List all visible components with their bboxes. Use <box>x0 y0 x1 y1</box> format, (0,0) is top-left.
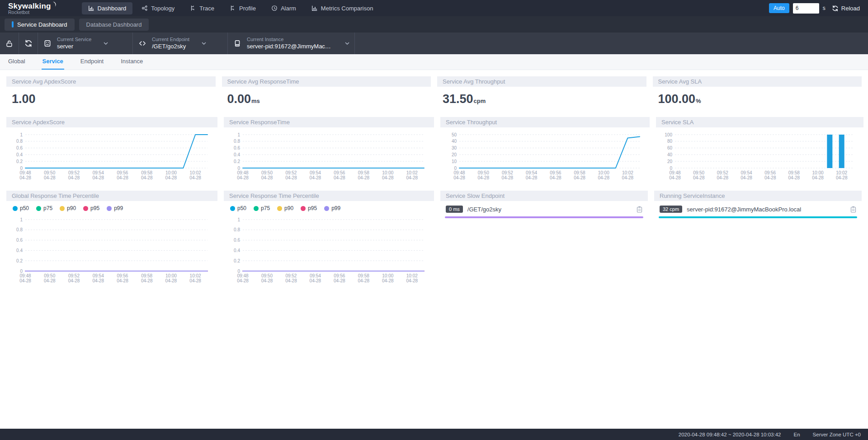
svg-text:04-28: 04-28 <box>141 175 153 180</box>
language-toggle[interactable]: En <box>794 432 800 437</box>
card-service-responsetime-chart: Service ResponseTime 00.20.40.60.8109:48… <box>224 117 434 184</box>
svg-text:09:48: 09:48 <box>19 170 31 175</box>
card-title: Service Avg ApdexScore <box>6 76 216 87</box>
svg-text:09:52: 09:52 <box>285 273 297 278</box>
card-title: Service ApdexScore <box>6 117 217 127</box>
profile-icon <box>230 5 236 11</box>
percentile-legend: p50 p75 p90 p95 p99 <box>224 201 434 212</box>
legend-item-p50[interactable]: p50 <box>230 205 246 211</box>
nav-label: Topology <box>151 5 175 12</box>
svg-text:60: 60 <box>667 145 673 150</box>
context-toolbar: Current Service server Current Endpoint … <box>0 33 868 54</box>
svg-text:10:00: 10:00 <box>382 273 393 278</box>
svg-text:09:52: 09:52 <box>68 273 80 278</box>
tab-service[interactable]: Service <box>42 54 64 70</box>
interval-unit-label: s <box>823 5 826 11</box>
time-range-label[interactable]: 2020-04-28 09:48:42 ~ 2020-04-28 10:03:4… <box>679 432 781 437</box>
legend-item-p75[interactable]: p75 <box>36 205 52 211</box>
lock-icon <box>5 40 13 47</box>
current-service-selector[interactable]: Current Service server <box>38 33 133 54</box>
legend-label: p90 <box>67 205 76 211</box>
legend-item-p90[interactable]: p90 <box>60 205 76 211</box>
svg-text:04-28: 04-28 <box>382 278 394 283</box>
svg-text:04-28: 04-28 <box>237 278 249 283</box>
service-dashboard-button[interactable]: Service Dashboard <box>5 19 75 31</box>
card-service-avg-throughput: Service Avg Throughput 31.50cpm <box>437 76 646 111</box>
legend-item-p75[interactable]: p75 <box>254 205 270 211</box>
legend-item-p95[interactable]: p95 <box>301 205 317 211</box>
legend-label: p90 <box>284 205 293 211</box>
reload-button[interactable]: Reload <box>832 5 860 12</box>
svg-text:09:50: 09:50 <box>693 170 704 175</box>
legend-item-p50[interactable]: p50 <box>13 205 29 211</box>
svg-text:09:54: 09:54 <box>526 170 537 175</box>
status-footer: 2020-04-28 09:48:42 ~ 2020-04-28 10:03:4… <box>0 429 868 440</box>
service-sla-chart: 02040608010009:4804-2809:5004-2809:5204-… <box>659 131 861 182</box>
brand-name: Skywalking <box>8 2 51 10</box>
database-dashboard-button[interactable]: Database Dashboard <box>79 19 149 31</box>
svg-text:0.4: 0.4 <box>234 152 240 157</box>
svg-text:04-28: 04-28 <box>165 278 177 283</box>
svg-text:09:58: 09:58 <box>788 170 800 175</box>
svg-text:09:50: 09:50 <box>44 170 55 175</box>
svg-text:09:50: 09:50 <box>261 273 273 278</box>
nav-item-profile[interactable]: Profile <box>223 2 262 14</box>
card-running-serviceinstance: Running ServiceInstance 32 cpm server-pi… <box>654 191 862 223</box>
selector-label: Current Service <box>57 37 91 43</box>
tab-instance[interactable]: Instance <box>120 54 144 70</box>
server-zone-label[interactable]: Server Zone UTC +0 <box>813 432 861 437</box>
nav-item-topology[interactable]: Topology <box>135 2 181 14</box>
slow-endpoint-row: 0 ms /GET/go2sky <box>440 201 648 215</box>
legend-label: p75 <box>43 205 52 211</box>
svg-text:09:54: 09:54 <box>310 273 321 278</box>
legend-dot <box>301 206 306 211</box>
nav-item-alarm[interactable]: Alarm <box>265 2 302 14</box>
legend-item-p95[interactable]: p95 <box>83 205 99 211</box>
card-title: Service Avg Throughput <box>437 76 646 87</box>
current-endpoint-selector[interactable]: Current Endpoint /GET/go2sky <box>133 33 228 54</box>
legend-dot <box>13 206 18 211</box>
card-title: Running ServiceInstance <box>654 191 862 201</box>
legend-dot <box>254 206 259 211</box>
svg-text:04-28: 04-28 <box>285 175 297 180</box>
dash-btn-label: Database Dashboard <box>86 21 142 28</box>
current-instance-selector[interactable]: Current Instance server-pid:91672@JimmyM… <box>228 33 355 54</box>
svg-text:10:02: 10:02 <box>406 170 418 175</box>
svg-text:04-28: 04-28 <box>358 175 370 180</box>
card-title: Service Avg SLA <box>653 76 862 87</box>
metric-value: 31.50 <box>443 92 473 106</box>
auto-refresh-button[interactable]: Auto <box>769 3 789 13</box>
svg-text:09:52: 09:52 <box>285 170 297 175</box>
svg-text:09:56: 09:56 <box>334 170 345 175</box>
svg-text:09:54: 09:54 <box>93 273 104 278</box>
refresh-context-button[interactable] <box>19 33 38 54</box>
instance-icon <box>233 39 241 47</box>
copy-button[interactable] <box>850 206 856 213</box>
legend-label: p50 <box>237 205 246 211</box>
nav-item-dashboard[interactable]: Dashboard <box>82 2 133 14</box>
nav-item-metrics-comparison[interactable]: Metrics Comparison <box>305 2 380 14</box>
refresh-interval-input[interactable] <box>793 3 819 14</box>
tab-global[interactable]: Global <box>7 54 26 70</box>
card-service-avg-sla: Service Avg SLA 100.00% <box>653 76 862 111</box>
legend-item-p90[interactable]: p90 <box>277 205 293 211</box>
copy-button[interactable] <box>637 206 642 213</box>
svg-text:04-28: 04-28 <box>68 278 80 283</box>
svg-text:0.6: 0.6 <box>234 145 240 150</box>
svg-text:10:00: 10:00 <box>598 170 609 175</box>
legend-item-p99[interactable]: p99 <box>324 205 340 211</box>
percentile-legend: p50 p75 p90 p95 p99 <box>6 201 217 212</box>
tab-endpoint[interactable]: Endpoint <box>80 54 104 70</box>
svg-text:09:50: 09:50 <box>478 170 489 175</box>
endpoint-progress-bar <box>445 216 643 218</box>
svg-text:04-28: 04-28 <box>550 175 561 180</box>
nav-item-trace[interactable]: Trace <box>184 2 221 14</box>
reload-label: Reload <box>841 5 860 12</box>
alarm-icon <box>271 5 278 11</box>
svg-text:04-28: 04-28 <box>92 278 104 283</box>
lock-button[interactable] <box>0 33 19 54</box>
svg-text:04-28: 04-28 <box>19 278 31 283</box>
svg-text:09:48: 09:48 <box>19 273 31 278</box>
legend-item-p99[interactable]: p99 <box>107 205 123 211</box>
nav-label: Profile <box>239 5 256 12</box>
